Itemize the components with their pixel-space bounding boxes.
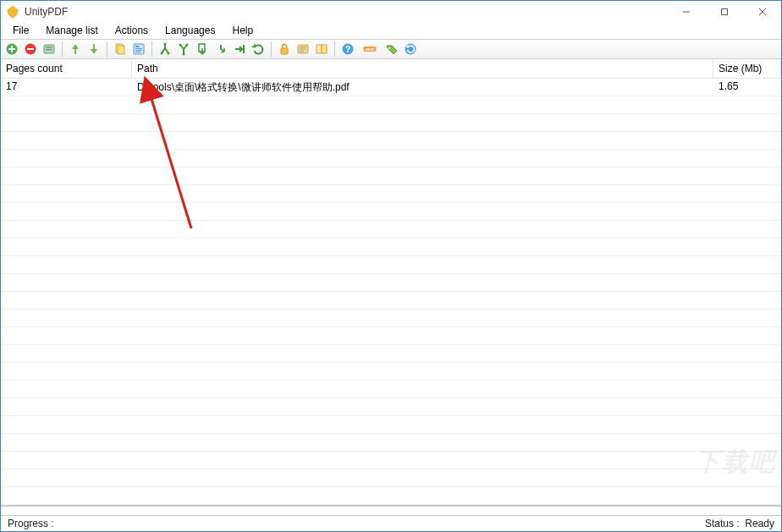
svg-rect-13 [135, 48, 142, 49]
empty-row [1, 452, 781, 469]
toolbar-separator [334, 41, 335, 57]
svg-rect-7 [46, 47, 52, 48]
menu-manage-list[interactable]: Manage list [37, 22, 106, 39]
menu-file[interactable]: File [4, 22, 37, 39]
help-icon[interactable]: ? [340, 41, 355, 57]
svg-point-18 [164, 42, 167, 45]
empty-row [1, 132, 781, 150]
empty-row [1, 114, 781, 132]
svg-rect-1 [721, 8, 727, 14]
empty-row [1, 167, 781, 185]
empty-row [1, 239, 781, 256]
save-list-icon[interactable] [41, 41, 57, 57]
extract-pages-icon[interactable] [195, 41, 210, 57]
toolbar-separator [151, 41, 152, 57]
svg-rect-26 [300, 47, 306, 47]
titlebar: UnityPDF [1, 1, 781, 22]
close-button[interactable] [743, 1, 781, 22]
copy-icon[interactable] [113, 41, 128, 57]
empty-row [1, 416, 781, 434]
tag-icon[interactable] [384, 41, 399, 57]
empty-row [1, 221, 781, 239]
toolbar-separator [62, 41, 63, 57]
status-progress-label: Progress : [8, 518, 54, 529]
menu-help[interactable]: Help [223, 22, 262, 39]
list-body[interactable]: 17 D:\tools\桌面\格式转换\微讲师软件使用帮助.pdf 1.65 [1, 79, 781, 506]
list-header: Pages count Path Size (Mb) [1, 59, 781, 79]
empty-row [1, 292, 781, 310]
window-title: UnityPDF [25, 6, 68, 18]
menubar: File Manage list Actions Languages Help [1, 22, 781, 39]
menu-actions[interactable]: Actions [107, 22, 157, 39]
toolbar-separator [107, 41, 107, 57]
lock-icon[interactable] [277, 41, 292, 57]
minimize-button[interactable] [667, 1, 705, 22]
empty-row [1, 256, 781, 274]
progress-bar-area [1, 506, 781, 516]
empty-row [1, 363, 781, 381]
empty-row [1, 434, 781, 452]
empty-row [1, 274, 781, 292]
svg-rect-12 [135, 46, 139, 47]
arrow-up-icon[interactable] [68, 41, 83, 57]
menu-languages[interactable]: Languages [157, 22, 223, 39]
column-path[interactable]: Path [132, 59, 713, 78]
svg-rect-23 [243, 45, 245, 53]
svg-rect-29 [317, 45, 322, 53]
svg-point-35 [388, 47, 390, 49]
compare-icon[interactable] [314, 41, 329, 57]
empty-row [1, 487, 781, 505]
empty-row [1, 203, 781, 221]
svg-rect-27 [300, 48, 306, 49]
app-window: UnityPDF File Manage list Actions Langua… [0, 0, 782, 532]
cell-size: 1.65 [713, 79, 781, 96]
empty-row [1, 310, 781, 327]
empty-row [1, 150, 781, 167]
file-list[interactable]: Pages count Path Size (Mb) 17 D:\tools\桌… [1, 59, 781, 506]
maximize-button[interactable] [705, 1, 743, 22]
svg-point-17 [168, 52, 170, 54]
metadata-icon[interactable] [295, 41, 311, 57]
svg-rect-10 [118, 46, 124, 54]
empty-row [1, 398, 781, 416]
svg-point-20 [186, 43, 189, 46]
rotate-icon[interactable] [213, 41, 229, 57]
table-row[interactable]: 17 D:\tools\桌面\格式转换\微讲师软件使用帮助.pdf 1.65 [1, 79, 781, 96]
toolbar: ? NEW [1, 39, 781, 59]
refresh-icon[interactable] [403, 41, 418, 57]
empty-row [1, 469, 781, 487]
toolbar-separator [271, 41, 272, 57]
merge-icon[interactable] [176, 41, 191, 57]
app-icon [6, 5, 19, 19]
empty-row [1, 327, 781, 345]
properties-icon[interactable] [131, 41, 146, 57]
window-controls [667, 1, 781, 22]
svg-point-16 [161, 52, 163, 54]
status-state: Status : Ready [705, 518, 774, 529]
svg-rect-28 [300, 51, 304, 52]
empty-row [1, 381, 781, 398]
svg-point-19 [179, 43, 182, 46]
statusbar: Progress : Status : Ready [1, 516, 781, 531]
remove-icon[interactable] [23, 41, 38, 57]
empty-row [1, 185, 781, 203]
svg-rect-8 [46, 49, 52, 51]
new-badge-icon[interactable]: NEW [359, 41, 381, 57]
svg-point-21 [183, 52, 185, 55]
add-icon[interactable] [4, 41, 19, 57]
cell-pages: 17 [1, 79, 132, 96]
empty-row [1, 96, 781, 114]
arrow-down-icon[interactable] [86, 41, 102, 57]
svg-rect-14 [135, 50, 142, 51]
svg-rect-24 [281, 48, 288, 54]
svg-rect-30 [322, 45, 327, 53]
insert-icon[interactable] [232, 41, 247, 57]
empty-row [1, 345, 781, 363]
svg-text:NEW: NEW [366, 47, 375, 52]
split-icon[interactable] [157, 41, 173, 57]
column-size[interactable]: Size (Mb) [713, 59, 781, 78]
svg-rect-15 [135, 52, 140, 52]
cell-path: D:\tools\桌面\格式转换\微讲师软件使用帮助.pdf [132, 79, 713, 96]
undo-rotate-icon[interactable] [251, 41, 266, 57]
column-pages-count[interactable]: Pages count [1, 59, 132, 78]
